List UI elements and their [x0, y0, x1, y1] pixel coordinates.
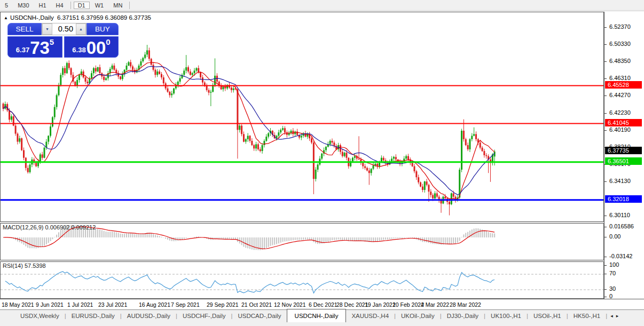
chart-ohlc-values: 6.37151 6.37959 6.36089 6.37735 [57, 14, 151, 21]
axis-tick-mark [604, 289, 607, 290]
chart-tab-dj30[interactable]: DJ30-,Daily [442, 310, 484, 321]
chart-tab-usdx[interactable]: USDX,Weekly [15, 310, 65, 321]
axis-tick-mark [604, 237, 607, 237]
axis-tick-mark [604, 113, 607, 114]
sell-button[interactable]: SELL [7, 23, 42, 35]
axis-tick-mark [604, 130, 607, 131]
chart-tab-xauusd[interactable]: XAUUSD-,H4 [346, 310, 394, 321]
macd-header: MACD(12,26,9) 0.006902 0.009212 [3, 224, 96, 230]
buy-price[interactable]: 6.38 00 0 [64, 36, 119, 58]
scroll-right-icon[interactable]: ▸ [616, 313, 622, 319]
toolbar-separator [129, 2, 130, 9]
axis-tick-label: 6.42230 [609, 109, 631, 116]
chart-tab-ukoil[interactable]: UKOil-,Daily [396, 310, 440, 321]
rsi-axis-label: 70 [609, 270, 616, 276]
volume-increase-button[interactable]: ▲ [76, 23, 86, 35]
axis-tick-label: 6.30110 [609, 212, 630, 218]
axis-tick-mark [604, 227, 607, 227]
axis-tick-mark [604, 297, 607, 297]
axis-tick-label: 6.52370 [609, 23, 631, 30]
price-badge: 6.37735 [605, 147, 642, 154]
date-label: 10 Feb 2022 [392, 301, 424, 308]
sell-price-prefix: 6.37 [16, 46, 29, 54]
rsi-axis-label: 100 [609, 261, 619, 268]
macd-zero-label: 0.00 [609, 233, 621, 240]
chart-tab-hk50[interactable]: HK50-,H1 [568, 310, 606, 321]
date-label: 18 May 2021 [2, 301, 34, 308]
timeframe-button-mn[interactable]: MN [109, 2, 127, 9]
date-label: 9 Jun 2021 [36, 301, 64, 308]
timeframe-button-w1[interactable]: W1 [91, 2, 108, 9]
axis-tick-label: 6.48350 [609, 58, 631, 64]
chart-tab-eurusd[interactable]: EURUSD-,Daily [66, 310, 120, 321]
chart-tab-bar: USDX,Weekly|EURUSD-,Daily|AUDUSD-,Daily|… [0, 309, 644, 326]
triangle-down-icon: ▼ [45, 27, 49, 31]
timeframe-button-m30[interactable]: M30 [13, 2, 33, 9]
chart-tab-usdcnh[interactable]: USDCNH-,Daily [287, 309, 347, 322]
date-label: 12 Nov 2021 [274, 301, 306, 308]
price-badge: 6.41045 [605, 119, 642, 126]
axis-tick-mark [604, 61, 607, 62]
rsi-indicator-panel[interactable] [0, 261, 604, 299]
macd-max-label: 0.016586 [609, 223, 634, 229]
price-badge: 6.36501 [605, 157, 642, 165]
date-label: 19 Jan 2022 [365, 301, 396, 308]
axis-tick-label: 6.44270 [609, 92, 631, 98]
chart-symbol-label: USDCNH-,Daily [10, 14, 54, 21]
sell-price-main: 73 [30, 39, 50, 56]
one-click-trading-panel: SELL ▼ 0.50 ▲ BUY 6.37 73 5 6.38 00 0 [7, 23, 119, 58]
date-label: 29 Sep 2021 [207, 301, 239, 308]
axis-tick-mark [604, 216, 607, 216]
chart-tab-usdchf[interactable]: USDCHF-,Daily [177, 310, 231, 321]
sell-price[interactable]: 6.37 73 5 [7, 36, 62, 58]
scroll-left-icon[interactable]: ◂ [610, 313, 616, 319]
timeframe-button-h4[interactable]: H4 [52, 2, 68, 9]
buy-button[interactable]: BUY [87, 23, 119, 35]
chart-tab-usdcad[interactable]: USDCAD-,Daily [232, 310, 286, 321]
rsi-header: RSI(14) 57.5398 [3, 263, 46, 269]
timeframe-button-5[interactable]: 5 [1, 2, 12, 9]
axis-tick-label: 6.34130 [609, 178, 631, 184]
chart-tab-uk100[interactable]: UK100-,H1 [485, 310, 527, 321]
date-label: 21 Oct 2021 [241, 301, 272, 308]
volume-decrease-button[interactable]: ▼ [42, 23, 52, 35]
timeframe-toolbar: 5M30H1H4D1W1MN [0, 0, 644, 11]
axis-tick-mark [604, 78, 607, 79]
axis-tick-label: 6.46310 [609, 75, 631, 81]
date-label: 7 Sep 2021 [171, 301, 200, 308]
axis-tick-label: 6.40190 [609, 126, 631, 133]
axis-tick-mark [604, 265, 607, 266]
tab-separator: | [606, 310, 607, 319]
sell-price-pip: 5 [50, 37, 54, 46]
date-label: 23 Jul 2021 [98, 301, 127, 308]
timeframe-button-d1[interactable]: D1 [74, 2, 90, 9]
timeframe-button-h1[interactable]: H1 [35, 2, 51, 9]
buy-price-main: 00 [87, 39, 106, 56]
triangle-up-icon: ▲ [79, 27, 83, 31]
price-badge: 6.32018 [605, 195, 642, 203]
date-label: 6 Dec 2021 [309, 301, 337, 308]
mt4-terminal-window: 5M30H1H4D1W1MN ▲USDCNH-,Daily 6.37151 6.… [0, 0, 644, 326]
date-label: 28 Mar 2022 [450, 301, 481, 308]
axis-tick-mark [604, 274, 607, 274]
macd-min-label: -0.03142 [609, 253, 632, 259]
date-label: 28 Dec 2021 [336, 301, 368, 308]
axis-tick-mark [604, 181, 607, 182]
price-badge: 6.45528 [605, 81, 642, 89]
buy-price-prefix: 6.38 [72, 46, 85, 54]
price-axis[interactable]: 6.523706.503306.483506.463106.442706.422… [604, 12, 644, 299]
time-axis[interactable]: 18 May 20219 Jun 20211 Jul 202123 Jul 20… [0, 299, 644, 310]
volume-spinner: ▼ 0.50 ▲ [42, 23, 87, 35]
axis-tick-label: 6.50330 [609, 41, 631, 47]
date-label: 1 Jul 2021 [67, 301, 93, 308]
tab-scroll-arrows: ◂▸ [610, 310, 622, 319]
volume-input[interactable]: 0.50 [52, 23, 76, 35]
chart-title: ▲USDCNH-,Daily 6.37151 6.37959 6.36089 6… [4, 14, 151, 21]
axis-tick-mark [604, 44, 607, 45]
axis-tick-mark [604, 257, 607, 257]
collapse-arrow-icon[interactable]: ▲ [4, 15, 8, 20]
chart-tab-usoil[interactable]: USOil-,H1 [528, 310, 567, 321]
buy-price-pip: 0 [106, 37, 110, 46]
chart-tab-audusd[interactable]: AUDUSD-,Daily [122, 310, 176, 321]
axis-tick-mark [604, 27, 607, 28]
